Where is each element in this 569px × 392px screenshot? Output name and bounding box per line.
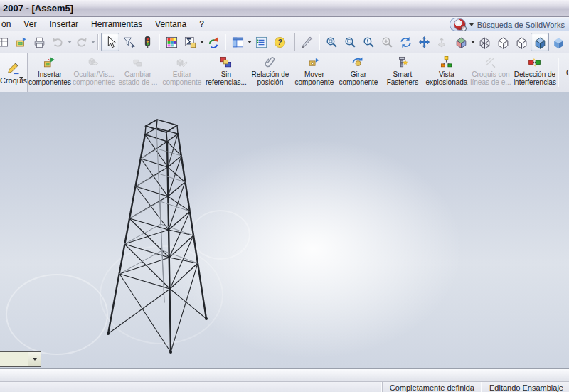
select-button[interactable] bbox=[101, 33, 119, 51]
open-document-icon bbox=[14, 36, 28, 49]
ribbon-button-opciones-cut[interactable]: Op bbox=[560, 53, 569, 92]
search-placeholder[interactable]: Búsqueda de SolidWorks bbox=[477, 21, 565, 29]
rebuild-icon bbox=[207, 36, 220, 49]
hide-components-icon bbox=[87, 55, 100, 69]
ribbon-label-line: Vista bbox=[439, 70, 454, 78]
no-references-icon bbox=[219, 55, 233, 69]
ribbon-button-vista-explosionada[interactable]: Vistaexplosionada bbox=[425, 53, 469, 92]
print-icon bbox=[33, 36, 46, 49]
ribbon-label-line: Editar bbox=[173, 70, 191, 78]
search-dropdown-arrow-icon[interactable] bbox=[469, 23, 474, 26]
rebuild-button[interactable] bbox=[204, 33, 223, 51]
shaded-with-edges-icon bbox=[533, 36, 547, 49]
change-state-icon bbox=[131, 55, 144, 69]
measure-sigma-icon bbox=[184, 36, 197, 49]
dropdown-field[interactable] bbox=[0, 352, 28, 366]
options-list-button[interactable] bbox=[252, 33, 270, 51]
help-button[interactable] bbox=[270, 33, 289, 51]
rotate-view-button[interactable] bbox=[396, 33, 415, 51]
wireframe-button[interactable] bbox=[475, 33, 494, 51]
ribbon-button-sin-referencias[interactable]: Sinreferencias... bbox=[204, 53, 248, 92]
solidworks-search[interactable]: Búsqueda de SolidWorks bbox=[450, 18, 569, 31]
stoplight-button[interactable] bbox=[138, 33, 156, 51]
zoom-fit-button[interactable] bbox=[322, 33, 341, 51]
rotate-component-icon bbox=[351, 55, 365, 69]
croquis-flyout-arrow-icon[interactable] bbox=[19, 77, 23, 80]
options-list-icon bbox=[255, 36, 268, 49]
title-bar: 2007 - [Assem5] bbox=[0, 0, 569, 17]
zoom-area-icon bbox=[344, 36, 357, 49]
window-layout-button[interactable] bbox=[228, 33, 247, 51]
ribbon-label-line: componente bbox=[339, 78, 378, 86]
selection-filter-button[interactable] bbox=[119, 33, 138, 51]
zoom-inout-button[interactable] bbox=[359, 33, 378, 51]
ribbon-more-label: Op bbox=[566, 68, 569, 77]
color-palette-button[interactable] bbox=[162, 33, 181, 51]
ribbon-label-line: Girar bbox=[351, 70, 366, 78]
mate-paperclip-icon bbox=[263, 55, 277, 69]
menu-help[interactable]: ? bbox=[193, 18, 211, 31]
shaded-button[interactable] bbox=[549, 33, 568, 51]
toolbar-separator bbox=[97, 34, 99, 50]
ribbon-label-line: componente bbox=[162, 78, 201, 86]
ribbon-label-line: explosionada bbox=[425, 78, 467, 86]
sketch-pen-button[interactable] bbox=[298, 33, 317, 51]
measure-button[interactable] bbox=[181, 33, 199, 51]
ribbon-label-line: Sin bbox=[221, 70, 231, 78]
solidworks-window: { "window": { "title": "2007 - [Assem5]"… bbox=[0, 0, 569, 392]
toolbar-separator bbox=[225, 34, 226, 50]
menu-edicion[interactable]: ón bbox=[0, 18, 17, 31]
redo-dropdown-arrow-icon bbox=[91, 41, 95, 43]
graphics-viewport[interactable] bbox=[0, 92, 569, 368]
zoom-fit-icon bbox=[325, 36, 339, 49]
ribbon-button-croquis-lineas: Croquis conlíneas de e... bbox=[469, 53, 513, 92]
insert-components-icon bbox=[43, 55, 56, 69]
help-icon bbox=[273, 36, 287, 49]
ribbon-label-line: Insertar bbox=[38, 70, 62, 78]
status-bar: Completamente definida Editando Ensambla… bbox=[0, 381, 569, 392]
zoom-selected-icon bbox=[381, 36, 394, 49]
standard-views-icon bbox=[454, 36, 468, 49]
menu-ver[interactable]: Ver bbox=[17, 18, 43, 31]
ribbon-label-line: Mover bbox=[304, 70, 324, 78]
shaded-with-edges-button[interactable] bbox=[531, 33, 549, 51]
ribbon-label-line: componente bbox=[294, 78, 334, 86]
menu-ventana[interactable]: Ventana bbox=[149, 18, 193, 31]
menu-insertar[interactable]: Insertar bbox=[43, 18, 85, 31]
zoom-area-button[interactable] bbox=[341, 33, 359, 51]
selection-filter-icon bbox=[122, 36, 136, 49]
ribbon-button-relacion-posicion[interactable]: Relación deposición bbox=[248, 53, 292, 92]
command-manager: Croquis Insertarcomponentes Ocultar/Vis.… bbox=[0, 53, 569, 93]
sketch-pen-icon bbox=[301, 36, 314, 49]
3d-view-button bbox=[433, 33, 452, 51]
croquis-icon bbox=[6, 60, 21, 75]
bottom-left-dropdown[interactable] bbox=[0, 351, 41, 367]
print-button[interactable] bbox=[30, 33, 48, 51]
ribbon-label-line: Detección de bbox=[514, 70, 555, 78]
ribbon-label-line: líneas de e... bbox=[470, 78, 511, 86]
toolbar-separator bbox=[319, 34, 320, 50]
zoom-selected-button bbox=[378, 33, 396, 51]
hidden-lines-visible-button[interactable] bbox=[494, 33, 512, 51]
menu-herramientas[interactable]: Herramientas bbox=[85, 18, 149, 31]
derrick-tower-model[interactable] bbox=[0, 92, 569, 368]
hidden-lines-removed-button[interactable] bbox=[512, 33, 531, 51]
ribbon-button-insertar-componentes[interactable]: Insertarcomponentes bbox=[28, 53, 72, 92]
window-grid-icon bbox=[0, 36, 9, 49]
ribbon-button-girar-componente[interactable]: Girarcomponente bbox=[336, 53, 381, 92]
redo-button bbox=[72, 33, 90, 51]
croquis-tab[interactable]: Croquis bbox=[0, 53, 28, 92]
pan-button[interactable] bbox=[415, 33, 433, 51]
window-grid-button[interactable] bbox=[0, 33, 11, 51]
ribbon-button-mover-componente[interactable]: Movercomponente bbox=[292, 53, 336, 92]
edit-component-icon bbox=[175, 55, 188, 69]
window-title: 2007 - [Assem5] bbox=[0, 3, 73, 14]
dropdown-button[interactable] bbox=[28, 352, 41, 366]
dropdown-arrow-icon bbox=[33, 358, 37, 361]
ribbon-button-smart-fasteners[interactable]: SmartFasteners bbox=[381, 53, 425, 92]
ribbon-button-deteccion-interferencias[interactable]: Detección deinterferencias bbox=[513, 53, 557, 92]
exploded-view-icon bbox=[440, 55, 453, 69]
open-document-button[interactable] bbox=[11, 33, 30, 51]
ribbon-label-line: referencias... bbox=[206, 78, 247, 86]
standard-views-button[interactable] bbox=[452, 33, 470, 51]
